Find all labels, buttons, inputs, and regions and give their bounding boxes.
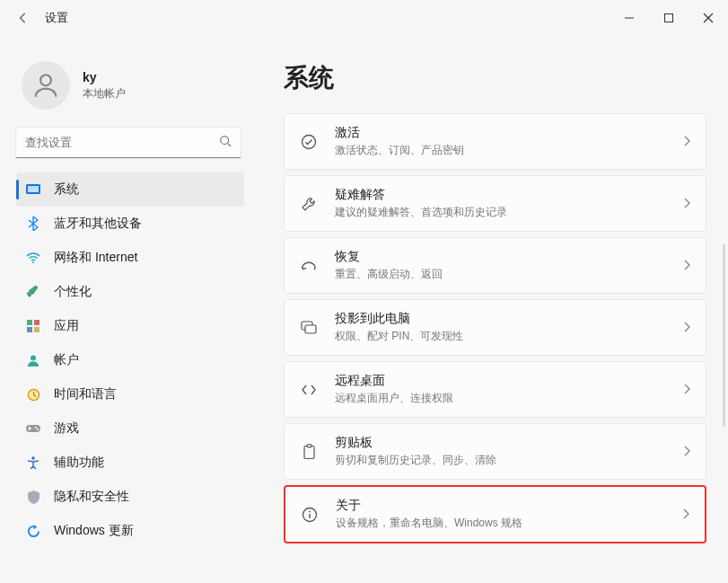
clipboard-icon bbox=[299, 444, 319, 460]
search-icon bbox=[219, 135, 232, 151]
settings-card-clipboard[interactable]: 剪贴板剪切和复制历史记录、同步、清除 bbox=[284, 423, 706, 480]
sidebar-item-accessibility[interactable]: 辅助功能 bbox=[16, 446, 244, 480]
card-subtitle: 权限、配对 PIN、可发现性 bbox=[335, 329, 668, 344]
settings-card-remote[interactable]: 远程桌面远程桌面用户、连接权限 bbox=[284, 361, 706, 418]
card-subtitle: 建议的疑难解答、首选项和历史记录 bbox=[335, 205, 668, 220]
profile-subtitle: 本地帐户 bbox=[83, 86, 126, 102]
chevron-right-icon bbox=[684, 258, 691, 274]
sidebar-item-label: 网络和 Internet bbox=[54, 250, 137, 266]
svg-rect-11 bbox=[34, 327, 39, 332]
sidebar-item-bluetooth[interactable]: 蓝牙和其他设备 bbox=[16, 207, 244, 241]
sidebar-item-system[interactable]: 系统 bbox=[16, 172, 244, 207]
settings-card-activation[interactable]: 激活激活状态、订阅、产品密钥 bbox=[284, 113, 706, 170]
activation-icon bbox=[299, 134, 319, 150]
brush-icon bbox=[25, 285, 41, 299]
remote-icon bbox=[299, 384, 319, 396]
card-subtitle: 剪切和复制历史记录、同步、清除 bbox=[335, 453, 668, 468]
search-input[interactable] bbox=[16, 128, 241, 158]
card-title: 关于 bbox=[336, 498, 667, 514]
card-subtitle: 设备规格，重命名电脑、Windows 规格 bbox=[336, 516, 667, 531]
settings-card-troubleshoot[interactable]: 疑难解答建议的疑难解答、首选项和历史记录 bbox=[284, 175, 706, 232]
scrollbar[interactable] bbox=[723, 108, 725, 563]
settings-card-project[interactable]: 投影到此电脑权限、配对 PIN、可发现性 bbox=[284, 299, 706, 356]
card-title: 剪贴板 bbox=[335, 435, 668, 451]
sidebar-item-label: 游戏 bbox=[54, 420, 79, 437]
avatar bbox=[22, 61, 70, 110]
svg-point-7 bbox=[32, 261, 34, 263]
sidebar-item-label: 时间和语言 bbox=[54, 386, 117, 402]
sidebar-item-update[interactable]: Windows 更新 bbox=[16, 514, 244, 548]
account-icon bbox=[25, 354, 41, 367]
svg-point-12 bbox=[31, 356, 36, 361]
chevron-right-icon bbox=[684, 320, 691, 336]
gaming-icon bbox=[25, 423, 41, 434]
chevron-right-icon bbox=[684, 134, 691, 150]
sidebar-item-time[interactable]: 时间和语言 bbox=[16, 377, 244, 411]
chevron-right-icon bbox=[684, 444, 691, 460]
sidebar-item-wifi[interactable]: 网络和 Internet bbox=[16, 241, 244, 275]
sidebar-item-account[interactable]: 帐户 bbox=[16, 343, 244, 377]
maximize-button[interactable] bbox=[649, 4, 689, 31]
about-icon bbox=[300, 507, 320, 523]
card-title: 远程桌面 bbox=[335, 373, 668, 389]
card-subtitle: 远程桌面用户、连接权限 bbox=[335, 391, 668, 406]
svg-rect-1 bbox=[665, 14, 673, 22]
sidebar-item-gaming[interactable]: 游戏 bbox=[16, 411, 244, 446]
sidebar-item-label: 帐户 bbox=[54, 352, 79, 368]
chevron-right-icon bbox=[684, 382, 691, 398]
chevron-right-icon bbox=[684, 196, 691, 212]
window-title: 设置 bbox=[45, 10, 68, 26]
accessibility-icon bbox=[25, 456, 41, 470]
svg-rect-22 bbox=[307, 444, 311, 446]
card-title: 投影到此电脑 bbox=[335, 311, 668, 327]
chevron-right-icon bbox=[683, 507, 690, 523]
card-subtitle: 重置、高级启动、返回 bbox=[335, 267, 668, 282]
svg-point-3 bbox=[221, 137, 229, 145]
card-subtitle: 激活状态、订阅、产品密钥 bbox=[335, 143, 668, 158]
svg-rect-9 bbox=[34, 320, 39, 325]
svg-line-4 bbox=[228, 144, 232, 147]
sidebar-item-label: 辅助功能 bbox=[54, 455, 104, 471]
svg-point-16 bbox=[37, 428, 39, 430]
update-icon bbox=[25, 525, 41, 538]
recovery-icon bbox=[299, 259, 319, 273]
close-button[interactable] bbox=[689, 4, 728, 31]
svg-point-15 bbox=[35, 427, 37, 428]
profile-username: ky bbox=[83, 70, 126, 84]
bluetooth-icon bbox=[25, 216, 41, 231]
minimize-button[interactable] bbox=[610, 4, 649, 31]
time-icon bbox=[25, 388, 41, 402]
profile-block[interactable]: ky 本地帐户 bbox=[16, 45, 244, 128]
sidebar-item-apps[interactable]: 应用 bbox=[16, 309, 244, 343]
svg-rect-6 bbox=[28, 186, 39, 192]
svg-rect-21 bbox=[304, 446, 314, 458]
system-icon bbox=[25, 184, 41, 195]
sidebar-item-label: Windows 更新 bbox=[54, 523, 134, 539]
svg-rect-20 bbox=[305, 325, 316, 333]
sidebar-item-label: 应用 bbox=[54, 318, 79, 334]
svg-rect-10 bbox=[27, 327, 32, 332]
card-title: 激活 bbox=[335, 125, 668, 141]
svg-rect-8 bbox=[27, 320, 32, 325]
sidebar-item-privacy[interactable]: 隐私和安全性 bbox=[16, 480, 244, 514]
wifi-icon bbox=[25, 252, 41, 263]
settings-card-about[interactable]: 关于设备规格，重命名电脑、Windows 规格 bbox=[284, 485, 706, 543]
page-title: 系统 bbox=[284, 61, 706, 95]
search-box[interactable] bbox=[16, 128, 241, 158]
privacy-icon bbox=[25, 490, 41, 504]
svg-point-24 bbox=[309, 510, 311, 512]
sidebar-item-brush[interactable]: 个性化 bbox=[16, 275, 244, 309]
settings-card-recovery[interactable]: 恢复重置、高级启动、返回 bbox=[284, 237, 706, 294]
svg-point-17 bbox=[31, 456, 35, 460]
sidebar-item-label: 个性化 bbox=[54, 284, 92, 300]
troubleshoot-icon bbox=[299, 196, 319, 212]
back-button[interactable] bbox=[9, 4, 38, 32]
svg-point-18 bbox=[303, 135, 316, 148]
sidebar-item-label: 隐私和安全性 bbox=[54, 489, 129, 505]
svg-point-2 bbox=[40, 75, 51, 85]
project-icon bbox=[299, 321, 319, 334]
card-title: 疑难解答 bbox=[335, 187, 668, 203]
sidebar-item-label: 蓝牙和其他设备 bbox=[54, 216, 142, 232]
sidebar-item-label: 系统 bbox=[54, 181, 79, 198]
card-title: 恢复 bbox=[335, 249, 668, 265]
